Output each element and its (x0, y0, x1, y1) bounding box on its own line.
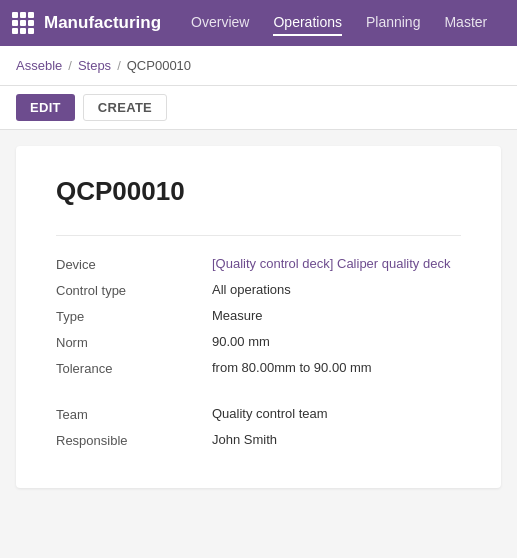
type-label: Type (56, 308, 196, 324)
breadcrumb-sep1: / (68, 58, 72, 73)
norm-value: 90.00 mm (212, 334, 461, 350)
responsible-value: John Smith (212, 432, 461, 448)
nav-master[interactable]: Master (444, 10, 487, 36)
control-type-value: All operations (212, 282, 461, 298)
norm-label: Norm (56, 334, 196, 350)
breadcrumb: Asseble / Steps / QCP00010 (0, 46, 517, 86)
tolerance-value: from 80.00mm to 90.00 mm (212, 360, 461, 376)
responsible-label: Responsible (56, 432, 196, 448)
action-bar: EDIT CREATE (0, 86, 517, 130)
breadcrumb-sep2: / (117, 58, 121, 73)
device-value[interactable]: [Quality control deck] Caliper quality d… (212, 256, 461, 272)
breadcrumb-parent[interactable]: Steps (78, 58, 111, 73)
control-type-label: Control type (56, 282, 196, 298)
type-value: Measure (212, 308, 461, 324)
nav-links: Overview Operations Planning Master (191, 10, 487, 36)
breadcrumb-root[interactable]: Asseble (16, 58, 62, 73)
section-gap (56, 386, 461, 396)
breadcrumb-current: QCP00010 (127, 58, 191, 73)
grid-icon (12, 12, 34, 34)
edit-button[interactable]: EDIT (16, 94, 75, 121)
team-value: Quality control team (212, 406, 461, 422)
app-logo[interactable]: Manufacturing (12, 12, 161, 34)
nav-operations[interactable]: Operations (273, 10, 341, 36)
main-content: QCP00010 Device [Quality control deck] C… (0, 130, 517, 558)
team-label: Team (56, 406, 196, 422)
record-card: QCP00010 Device [Quality control deck] C… (16, 146, 501, 488)
tolerance-label: Tolerance (56, 360, 196, 376)
divider (56, 235, 461, 236)
nav-planning[interactable]: Planning (366, 10, 421, 36)
nav-overview[interactable]: Overview (191, 10, 249, 36)
app-name: Manufacturing (44, 13, 161, 33)
top-navigation: Manufacturing Overview Operations Planni… (0, 0, 517, 46)
device-label: Device (56, 256, 196, 272)
fields-grid: Device [Quality control deck] Caliper qu… (56, 256, 461, 448)
record-title: QCP00010 (56, 176, 461, 207)
create-button[interactable]: CREATE (83, 94, 167, 121)
